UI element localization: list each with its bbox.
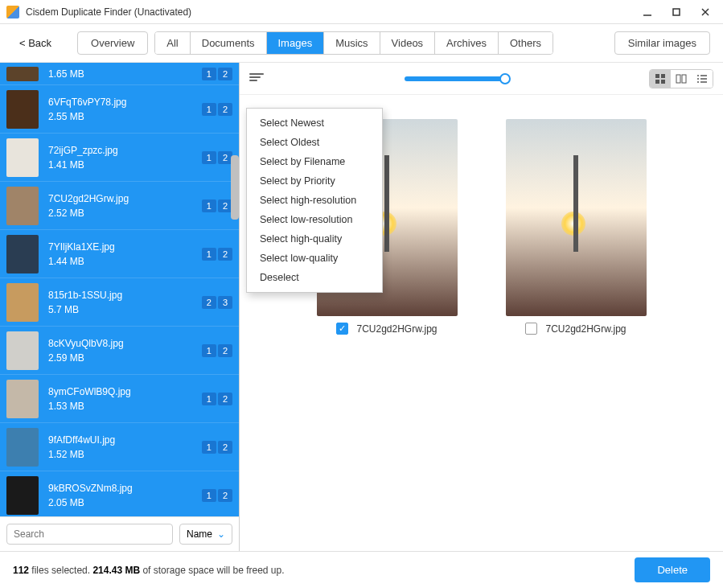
tab-musics[interactable]: Musics: [324, 32, 380, 54]
menu-item-deselect[interactable]: Deselect: [247, 268, 382, 287]
list-item[interactable]: 9kBROSvZNm8.jpg2.05 MB12: [0, 471, 239, 516]
list-item[interactable]: 815r1b-1SSU.jpg5.7 MB23: [0, 278, 239, 327]
list-scrollbar[interactable]: [231, 155, 239, 220]
search-input[interactable]: [6, 524, 173, 545]
file-name: 6VFqT6vPY78.jpg: [48, 97, 202, 108]
duplicate-badge[interactable]: 2: [218, 344, 232, 357]
preview-filename: 7CU2gd2HGrw.jpg: [545, 323, 626, 335]
sort-dropdown[interactable]: Name ⌄: [179, 524, 232, 545]
sort-label: Name: [187, 528, 212, 540]
menu-item-select-low-resolution[interactable]: Select low-resolution: [247, 210, 382, 229]
duplicate-badge[interactable]: 1: [202, 344, 216, 357]
close-button[interactable]: [691, 1, 720, 23]
duplicate-badge[interactable]: 1: [202, 199, 216, 212]
file-name: 72ijGP_zpzc.jpg: [48, 145, 202, 156]
duplicate-badge[interactable]: 2: [218, 103, 232, 116]
tab-images[interactable]: Images: [267, 32, 325, 54]
svg-rect-4: [655, 74, 659, 78]
status-text: 112 files selected. 214.43 MB of storage…: [13, 565, 285, 576]
menu-item-select-high-quality[interactable]: Select high-quality: [247, 229, 382, 249]
back-button[interactable]: < Back: [13, 34, 58, 52]
list-item[interactable]: 6VFqT6vPY78.jpg2.55 MB12: [0, 85, 239, 134]
duplicate-badge[interactable]: 1: [202, 441, 216, 454]
tab-documents[interactable]: Documents: [191, 32, 267, 54]
duplicate-badge[interactable]: 2: [218, 393, 232, 405]
list-item[interactable]: 72ijGP_zpzc.jpg1.41 MB12: [0, 134, 239, 182]
thumbnail: [6, 90, 39, 129]
list-item[interactable]: 7YIljKla1XE.jpg1.44 MB12: [0, 230, 239, 278]
preview-image[interactable]: [506, 119, 647, 316]
duplicate-badge[interactable]: 3: [218, 296, 232, 309]
file-name: 7YIljKla1XE.jpg: [48, 241, 202, 253]
file-size: 1.52 MB: [48, 449, 202, 460]
menu-item-select-high-resolution[interactable]: Select high-resolution: [247, 191, 382, 210]
duplicate-badge[interactable]: 1: [202, 68, 216, 80]
select-checkbox[interactable]: [525, 323, 537, 335]
select-checkbox[interactable]: ✓: [336, 323, 348, 335]
thumbnail: [6, 476, 39, 515]
file-name: 9fAfDff4wUI.jpg: [48, 434, 202, 446]
file-name: 9kBROSvZNm8.jpg: [48, 483, 202, 494]
svg-rect-7: [661, 80, 665, 84]
duplicate-badge[interactable]: 2: [202, 296, 216, 309]
duplicate-badge[interactable]: 2: [218, 441, 232, 454]
similar-images-button[interactable]: Similar images: [614, 31, 710, 55]
file-name: 8ymCFoWlB9Q.jpg: [48, 386, 202, 397]
thumbnail: [6, 235, 39, 273]
duplicate-badge[interactable]: 1: [202, 151, 216, 164]
menu-item-select-oldest[interactable]: Select Oldest: [247, 133, 382, 152]
split-view-button[interactable]: [671, 70, 692, 88]
svg-point-15: [697, 81, 699, 83]
list-item[interactable]: 7CU2gd2HGrw.jpg2.52 MB12: [0, 182, 239, 230]
menu-item-select-low-quality[interactable]: Select low-quality: [247, 249, 382, 268]
duplicate-badge[interactable]: 1: [202, 248, 216, 261]
menu-item-select-by-priority[interactable]: Select by Priority: [247, 171, 382, 191]
duplicate-badge[interactable]: 1: [202, 393, 216, 405]
menu-item-select-newest[interactable]: Select Newest: [247, 113, 382, 133]
file-size: 2.05 MB: [48, 497, 202, 508]
thumbnail: [6, 67, 39, 81]
list-item[interactable]: 8ymCFoWlB9Q.jpg1.53 MB12: [0, 375, 239, 423]
delete-button[interactable]: Delete: [635, 557, 710, 582]
file-size: 1.53 MB: [48, 401, 202, 412]
file-name: 8cKVyuQlbV8.jpg: [48, 338, 202, 349]
svg-rect-8: [676, 75, 680, 83]
svg-rect-9: [682, 75, 686, 83]
list-item[interactable]: 9fAfDff4wUI.jpg1.52 MB12: [0, 423, 239, 471]
duplicate-badge[interactable]: 2: [218, 68, 232, 80]
file-size: 2.52 MB: [48, 208, 202, 219]
duplicate-badge[interactable]: 2: [218, 489, 232, 502]
overview-button[interactable]: Overview: [77, 31, 148, 55]
filter-menu-icon[interactable]: [249, 73, 264, 84]
thumbnail: [6, 138, 39, 177]
duplicate-badge[interactable]: 1: [202, 489, 216, 502]
file-size: 2.59 MB: [48, 352, 202, 364]
file-size: 1.41 MB: [48, 159, 202, 171]
tab-videos[interactable]: Videos: [380, 32, 436, 54]
tab-all[interactable]: All: [155, 32, 190, 54]
list-item[interactable]: 8cKVyuQlbV8.jpg2.59 MB12: [0, 327, 239, 375]
svg-rect-1: [673, 9, 680, 15]
view-mode-switch: [649, 69, 713, 88]
grid-view-button[interactable]: [650, 70, 671, 88]
window-title: Cisdem Duplicate Finder (Unactivated): [26, 6, 633, 18]
duplicate-badge[interactable]: 2: [218, 248, 232, 261]
duplicate-badge[interactable]: 1: [202, 103, 216, 116]
list-item[interactable]: 1.65 MB12: [0, 63, 239, 85]
thumbnail: [6, 283, 39, 322]
preview-card: 7CU2gd2HGrw.jpg: [506, 119, 647, 335]
svg-rect-6: [655, 80, 659, 84]
thumbnail: [6, 331, 39, 370]
status-size: 214.43 MB: [92, 565, 140, 576]
minimize-button[interactable]: [633, 1, 662, 23]
slider-knob[interactable]: [499, 73, 511, 84]
thumbnail-size-slider[interactable]: [405, 76, 509, 81]
tab-archives[interactable]: Archives: [435, 32, 499, 54]
tab-others[interactable]: Others: [499, 32, 553, 54]
list-view-button[interactable]: [692, 70, 713, 88]
maximize-button[interactable]: [662, 1, 691, 23]
app-logo: [6, 6, 19, 19]
menu-item-select-by-filename[interactable]: Select by Filename: [247, 152, 382, 171]
duplicate-file-list[interactable]: 1.65 MB126VFqT6vPY78.jpg2.55 MB1272ijGP_…: [0, 63, 239, 516]
thumbnail: [6, 380, 39, 418]
